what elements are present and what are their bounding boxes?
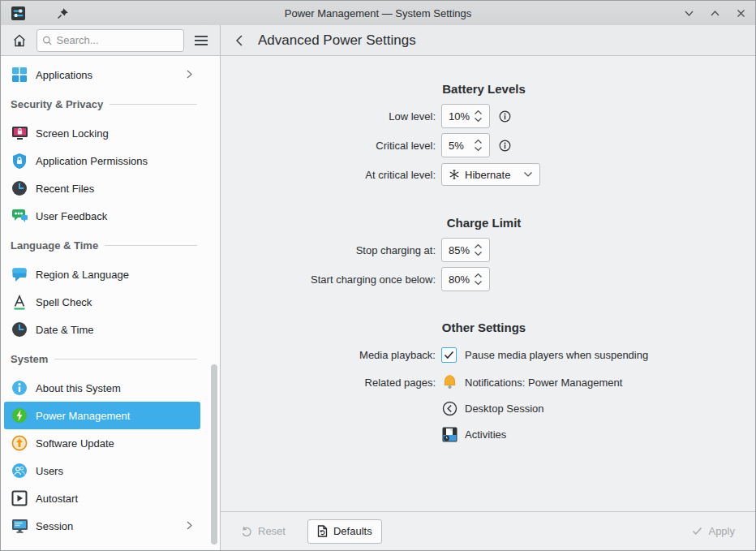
chevron-right-icon (185, 520, 194, 532)
sidebar-item-label: Screen Locking (36, 127, 109, 140)
sidebar-item-about-this-system[interactable]: About this System (4, 374, 200, 402)
sidebar-item-label: About this System (36, 382, 121, 394)
related-pages-label: Related pages: (365, 377, 436, 389)
logout-circle-icon (441, 400, 457, 416)
sidebar-list: Applications Security & Privacy (1, 56, 220, 550)
sidebar-item-power-management[interactable]: Power Management (4, 402, 200, 429)
bell-icon (441, 374, 457, 390)
back-button[interactable] (229, 30, 250, 51)
low-level-input[interactable] (442, 110, 473, 123)
sidebar-item-label: Region & Language (36, 269, 129, 281)
clock-icon (11, 321, 28, 338)
low-level-label: Low level: (389, 110, 436, 123)
chevron-down-icon (523, 171, 533, 178)
other-settings-heading: Other Settings (221, 321, 747, 334)
critical-level-label: Critical level: (376, 140, 436, 152)
sidebar-item-label: Application Permissions (36, 155, 148, 167)
search-box (37, 29, 184, 52)
sidebar-item-label: Recent Files (36, 183, 94, 195)
power-bolt-icon (11, 407, 28, 424)
window-title: Power Management — System Settings (1, 7, 755, 19)
info-icon[interactable] (498, 139, 511, 152)
link-activities[interactable]: Activities (441, 426, 506, 442)
spinner-arrows-icon[interactable] (474, 110, 483, 123)
battery-levels-heading: Battery Levels (221, 82, 747, 96)
app-grid-icon (11, 66, 28, 84)
search-input[interactable] (57, 34, 178, 46)
sidebar-item-application-permissions[interactable]: Application Permissions (4, 147, 200, 174)
sidebar-item-recent-files[interactable]: Recent Files (4, 174, 200, 202)
link-label: Activities (465, 428, 506, 441)
sidebar-toolbar (1, 25, 220, 56)
defaults-button[interactable]: Defaults (307, 519, 382, 544)
media-playback-label: Media playback: (359, 349, 436, 361)
stop-charging-spinbox[interactable] (441, 238, 490, 262)
sidebar-scrollbar-thumb[interactable] (211, 364, 217, 545)
info-icon[interactable] (498, 110, 511, 123)
link-label: Desktop Session (465, 402, 544, 415)
pause-media-checkbox-label[interactable]: Pause media players when suspending (465, 349, 648, 361)
sidebar-section-system: System (4, 343, 200, 374)
sidebar-item-date-time[interactable]: Date & Time (4, 316, 200, 343)
sidebar-item-user-feedback[interactable]: User Feedback (4, 202, 200, 230)
at-critical-level-combobox[interactable]: Hibernate (441, 163, 540, 186)
start-charging-input[interactable] (442, 273, 473, 286)
sidebar-item-users[interactable]: Users (4, 457, 200, 484)
start-charging-label: Start charging once below: (311, 273, 436, 286)
critical-level-spinbox[interactable] (441, 133, 490, 157)
shield-lock-icon (11, 152, 28, 170)
sidebar-item-applications[interactable]: Applications (4, 61, 200, 88)
spinner-arrows-icon[interactable] (474, 139, 483, 152)
low-level-spinbox[interactable] (441, 104, 490, 128)
start-charging-spinbox[interactable] (441, 267, 490, 291)
content-toolbar: Advanced Power Settings (221, 25, 755, 56)
close-button[interactable] (734, 6, 747, 19)
sidebar-item-screen-locking[interactable]: Screen Locking (4, 119, 200, 147)
sidebar-item-label: Date & Time (36, 324, 94, 336)
combobox-value: Hibernate (465, 169, 518, 181)
sidebar-item-label: Software Update (36, 437, 114, 450)
users-icon (11, 462, 28, 480)
sidebar-item-label: Spell Check (36, 296, 92, 308)
maximize-button[interactable] (708, 6, 721, 19)
reset-button[interactable]: Reset (231, 519, 295, 544)
sidebar-item-spell-check[interactable]: Spell Check (4, 288, 200, 316)
sidebar-item-label: Session (36, 520, 73, 532)
home-button[interactable] (9, 30, 30, 51)
checkmark-icon (444, 351, 454, 359)
page-title: Advanced Power Settings (258, 32, 416, 49)
window-controls (682, 6, 747, 19)
autostart-play-icon (11, 489, 28, 507)
at-critical-level-label: At critical level: (365, 169, 436, 181)
sidebar-item-label: Power Management (36, 410, 130, 422)
defaults-button-label: Defaults (333, 525, 372, 537)
critical-level-input[interactable] (442, 140, 473, 152)
search-icon (42, 35, 53, 46)
sidebar-item-software-update[interactable]: Software Update (4, 429, 200, 457)
charge-limit-heading: Charge Limit (221, 216, 747, 230)
sidebar-item-label: Applications (36, 69, 92, 81)
sidebar-item-session[interactable]: Session (4, 512, 200, 540)
snowflake-icon (449, 169, 460, 180)
info-circle-icon (11, 379, 28, 397)
link-label: Notifications: Power Management (465, 377, 622, 389)
spinner-arrows-icon[interactable] (474, 273, 483, 286)
reset-button-label: Reset (258, 525, 286, 537)
content-area: Advanced Power Settings Battery Levels L… (221, 25, 755, 550)
document-revert-icon (317, 525, 328, 537)
undo-icon (241, 526, 252, 537)
hamburger-menu-button[interactable] (191, 30, 212, 51)
sidebar-section-security: Security & Privacy (4, 88, 200, 119)
stop-charging-input[interactable] (442, 244, 473, 256)
link-notifications-power-management[interactable]: Notifications: Power Management (441, 374, 622, 390)
chevron-right-icon (185, 69, 194, 81)
activities-icon (441, 426, 457, 442)
system-settings-window: Power Management — System Settings (0, 0, 756, 551)
spinner-arrows-icon[interactable] (474, 243, 483, 256)
minimize-button[interactable] (682, 6, 695, 19)
pause-media-checkbox[interactable] (441, 347, 457, 363)
apply-button[interactable]: Apply (682, 519, 745, 544)
link-desktop-session[interactable]: Desktop Session (441, 400, 544, 416)
sidebar-item-region-language[interactable]: Region & Language (4, 260, 200, 288)
sidebar-item-autostart[interactable]: Autostart (4, 484, 200, 512)
